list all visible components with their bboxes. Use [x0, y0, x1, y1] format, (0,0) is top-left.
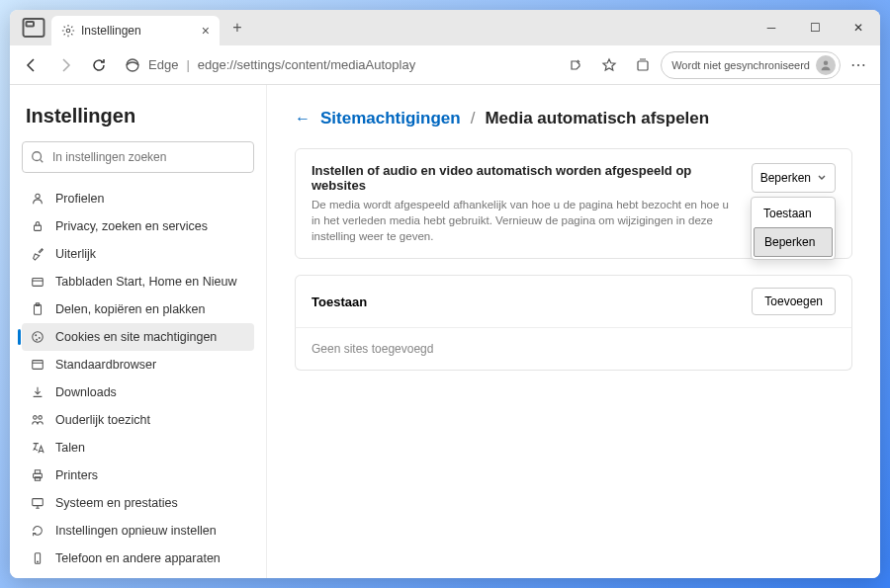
autoplay-dropdown-menu: Toestaan Beperken — [751, 197, 836, 260]
svg-rect-16 — [33, 361, 44, 370]
printer-icon — [30, 467, 45, 483]
url-box[interactable]: Edge | edge://settings/content/mediaAuto… — [117, 49, 558, 81]
profile-sync-pill[interactable]: Wordt niet gesynchroniseerd — [661, 51, 841, 79]
nav-phone[interactable]: Telefoon en andere apparaten — [22, 545, 254, 572]
nav-downloads[interactable]: Downloads — [22, 378, 254, 406]
svg-point-15 — [37, 339, 38, 340]
new-tab-button[interactable]: + — [223, 14, 251, 42]
svg-point-7 — [36, 194, 40, 198]
allow-section-title: Toestaan — [312, 294, 367, 309]
nav-tabs[interactable]: Tabbladen Start, Home en Nieuw — [22, 268, 254, 295]
download-icon — [30, 384, 45, 400]
sidebar-title: Instellingen — [22, 105, 254, 127]
browser-icon — [30, 357, 45, 373]
brush-icon — [30, 246, 45, 262]
content-area: Instellingen Profielen Privacy, zoeken e… — [10, 85, 880, 578]
maximize-button[interactable]: ☐ — [793, 10, 837, 45]
lock-icon — [30, 218, 45, 234]
svg-point-14 — [39, 337, 40, 338]
add-site-button[interactable]: Toevoegen — [752, 288, 836, 315]
nav-family[interactable]: Ouderlijk toezicht — [22, 406, 254, 434]
titlebar: Instellingen × + ─ ☐ ✕ — [10, 10, 880, 45]
search-input[interactable] — [52, 150, 245, 164]
svg-rect-1 — [27, 22, 35, 27]
nav-profiles[interactable]: Profielen — [22, 185, 254, 212]
tabs-icon — [30, 274, 45, 290]
svg-rect-8 — [35, 225, 42, 230]
settings-nav: Profielen Privacy, zoeken en services Ui… — [22, 185, 254, 578]
dropdown-option-limit[interactable]: Beperken — [754, 227, 833, 257]
allow-section: Toestaan Toevoegen Geen sites toegevoegd — [295, 275, 852, 371]
settings-main: ← Sitemachtigingen / Media automatisch a… — [267, 85, 880, 578]
svg-point-12 — [33, 332, 44, 343]
phone-icon — [30, 550, 45, 566]
chevron-down-icon — [817, 173, 827, 183]
tab-title: Instellingen — [81, 24, 141, 38]
collections-button[interactable] — [627, 49, 659, 81]
autoplay-title: Instellen of audio en video automatisch … — [312, 163, 736, 193]
sync-label: Wordt niet gesynchroniseerd — [671, 59, 810, 71]
favorite-button[interactable] — [593, 49, 625, 81]
breadcrumb: ← Sitemachtigingen / Media automatisch a… — [295, 109, 852, 128]
nav-appearance[interactable]: Uiterlijk — [22, 240, 254, 268]
dropdown-option-allow[interactable]: Toestaan — [754, 200, 833, 227]
minimize-button[interactable]: ─ — [750, 10, 793, 45]
window-controls: ─ ☐ ✕ — [750, 10, 880, 45]
settings-sidebar: Instellingen Profielen Privacy, zoeken e… — [10, 85, 267, 578]
clipboard-icon — [30, 301, 45, 317]
svg-rect-20 — [35, 470, 40, 474]
svg-rect-22 — [33, 499, 44, 506]
forward-button[interactable] — [49, 49, 81, 81]
breadcrumb-back-button[interactable]: ← — [295, 110, 311, 127]
person-icon — [30, 191, 45, 207]
tab-strip: Instellingen × + — [10, 10, 750, 45]
more-menu-button[interactable]: ⋯ — [843, 55, 874, 74]
close-icon[interactable]: × — [202, 23, 210, 39]
gear-icon — [61, 24, 75, 38]
nav-reset[interactable]: Instellingen opnieuw instellen — [22, 517, 254, 545]
svg-point-18 — [39, 416, 43, 420]
autoplay-card: Instellen of audio en video automatisch … — [295, 148, 852, 259]
svg-point-5 — [824, 60, 829, 65]
nav-cookies[interactable]: Cookies en site machtigingen — [22, 323, 254, 351]
close-window-button[interactable]: ✕ — [837, 10, 880, 45]
breadcrumb-current: Media automatisch afspelen — [485, 109, 709, 128]
breadcrumb-parent-link[interactable]: Sitemachtigingen — [320, 109, 461, 128]
family-icon — [30, 412, 45, 428]
monitor-icon — [30, 495, 45, 511]
svg-point-3 — [127, 59, 138, 71]
search-icon — [31, 150, 44, 164]
nav-default-browser[interactable]: Standaardbrowser — [22, 351, 254, 378]
svg-rect-10 — [35, 305, 42, 315]
nav-languages[interactable]: Talen — [22, 434, 254, 462]
nav-system[interactable]: Systeem en prestaties — [22, 489, 254, 517]
cookie-icon — [30, 329, 45, 345]
nav-printers[interactable]: Printers — [22, 462, 254, 489]
language-icon — [30, 440, 45, 456]
edge-icon — [125, 57, 140, 73]
read-aloud-button[interactable] — [560, 49, 591, 81]
svg-point-2 — [66, 29, 70, 33]
nav-share[interactable]: Delen, kopiëren en plakken — [22, 295, 254, 323]
avatar-icon — [816, 55, 836, 75]
svg-point-17 — [34, 416, 38, 420]
back-button[interactable] — [16, 49, 47, 81]
reload-button[interactable] — [83, 49, 115, 81]
autoplay-description: De media wordt afgespeeld afhankelijk va… — [312, 197, 736, 244]
nav-accessibility[interactable]: Toegankelijkheid — [22, 572, 254, 578]
nav-privacy[interactable]: Privacy, zoeken en services — [22, 212, 254, 240]
tab-settings[interactable]: Instellingen × — [51, 16, 220, 45]
engine-label: Edge — [148, 57, 178, 72]
tab-preview-button[interactable] — [22, 16, 45, 40]
svg-point-6 — [33, 152, 42, 161]
address-bar: Edge | edge://settings/content/mediaAuto… — [10, 45, 880, 85]
svg-rect-21 — [35, 477, 40, 481]
allow-section-empty: Geen sites toegevoegd — [295, 327, 852, 371]
settings-search[interactable] — [22, 141, 254, 173]
svg-rect-9 — [33, 279, 44, 287]
svg-point-13 — [36, 335, 37, 336]
reset-icon — [30, 523, 45, 539]
autoplay-dropdown-button[interactable]: Beperken — [752, 163, 836, 193]
svg-rect-4 — [638, 61, 648, 70]
svg-point-24 — [38, 561, 39, 562]
